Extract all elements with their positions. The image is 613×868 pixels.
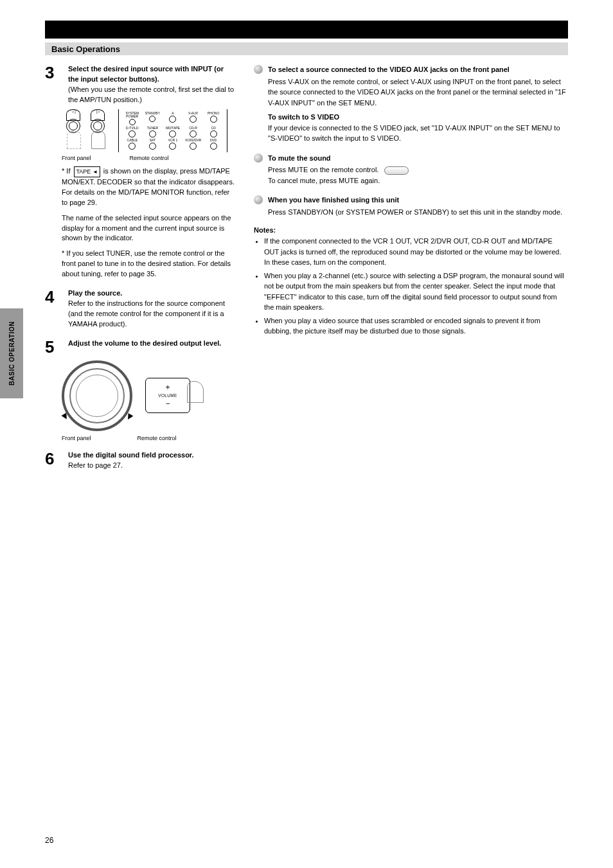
vaux-note: To select a source connected to the VIDE… <box>254 64 568 144</box>
label-front-panel: Front panel <box>62 155 91 161</box>
note-item: If the component connected to the VCR 1 … <box>264 236 568 268</box>
step-title: Select the desired input source with INP… <box>68 64 235 85</box>
step3-paragraph2: The name of the selected input source ap… <box>62 213 235 244</box>
label-remote-control: Remote control <box>130 155 169 161</box>
page-number: 26 <box>45 836 53 845</box>
tape-indicator-icon: TAPE ◄ <box>74 166 100 177</box>
step-text: (When you use the remote control, first … <box>68 85 235 105</box>
note-item: When you play a 2-channel (etc.) source … <box>264 270 568 313</box>
label-front-panel-2: Front panel <box>62 435 91 441</box>
bullet-icon <box>254 154 263 163</box>
bullet-icon <box>254 65 263 74</box>
step-number: 3 <box>45 64 62 105</box>
notes-header: Notes: <box>254 226 568 234</box>
bullet-icon <box>254 195 263 204</box>
tape-note-part1: * If <box>62 167 70 175</box>
tape-note-part2: is shown on the display, press <box>103 167 197 175</box>
note-item: When you play a video source that uses s… <box>264 315 568 337</box>
volume-knob-illustration: ▾ ▾ <box>62 360 132 431</box>
finish-note: When you have finished using this unit P… <box>254 195 568 217</box>
step-5: 5 Adjust the volume to the desired outpu… <box>45 339 235 355</box>
chapter-bar <box>45 21 568 39</box>
input-knob-left-illustration: ◁ <box>62 109 85 148</box>
volume-remote-illustration: + VOLUME − <box>145 378 190 413</box>
section-title: Basic Operations <box>45 42 568 55</box>
input-knob-right-illustration: ▷ <box>86 109 109 148</box>
step-6: 6 Use the digital sound field processor.… <box>45 450 235 471</box>
label-remote-control-2: Remote control <box>138 435 177 441</box>
step3-paragraph3: * If you select TUNER, use the remote co… <box>62 249 235 279</box>
step-4: 4 Play the source. Refer to the instruct… <box>45 288 235 330</box>
side-tab-label: BASIC OPERATION <box>8 321 15 385</box>
step-3: 3 Select the desired input source with I… <box>45 64 235 105</box>
remote-input-buttons-illustration: SYSTEM POWER STANDBY A V-AUX PHONO D-TV/… <box>118 109 227 152</box>
mute-button-illustration <box>384 166 409 175</box>
mute-note: To mute the sound Press MUTE on the remo… <box>254 153 568 186</box>
